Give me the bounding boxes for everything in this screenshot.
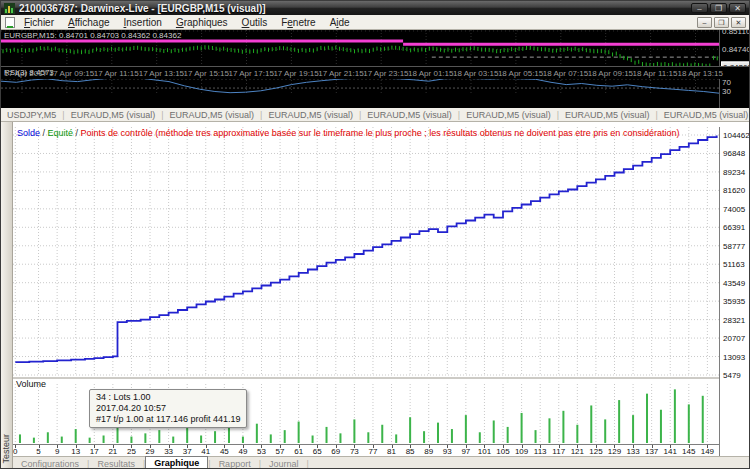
volume-bar <box>576 425 578 443</box>
menu-fichier[interactable]: Fichier <box>17 15 61 29</box>
volume-bar <box>228 428 230 443</box>
trade-index-label: 13 <box>71 447 80 456</box>
tester-tab-resultats[interactable]: Resultats <box>89 459 143 469</box>
balance-axis-label: 66391 <box>723 223 745 232</box>
trade-index-label: 137 <box>645 447 658 456</box>
volume-bar <box>590 405 592 443</box>
chart-tab[interactable]: EURAUD,M5 (visual) <box>361 110 458 120</box>
graph-legend: Solde / Equité / Points de contrôle (mét… <box>17 128 679 138</box>
volume-bar <box>284 430 286 443</box>
volume-bar <box>61 437 63 443</box>
volume-bar <box>423 431 425 443</box>
volume-bar <box>507 427 509 443</box>
trade-tooltip: 34 : Lots 1.00 2017.04.20 10:57 #17 t/p … <box>89 389 247 428</box>
balance-axis-label: 13093 <box>723 352 745 361</box>
trade-index-label: 93 <box>443 447 452 456</box>
balance-axis-label: 96848 <box>723 149 745 158</box>
chart-tab[interactable]: EURAUD,M5 (visual) <box>658 110 750 120</box>
tester-panel: Testeur Solde / Equité / Points de contr… <box>1 122 750 469</box>
menu-affichage[interactable]: Affichage <box>61 15 117 29</box>
balance-y-axis: 1044629684889234816207400566391587775116… <box>719 127 750 456</box>
trade-x-axis: 0591317212529333741454953576165697377818… <box>13 444 719 456</box>
balance-axis-label: 5479 <box>723 371 741 380</box>
chart-tab[interactable]: EURAUD,M5 (visual) <box>262 110 359 120</box>
trade-index-label: 121 <box>571 447 584 456</box>
tester-tab-rapport[interactable]: Rapport <box>211 459 259 469</box>
minimize-button[interactable]: – <box>691 3 708 13</box>
volume-bar <box>326 427 328 443</box>
chart-tab[interactable]: EURAUD,M5 (visual) <box>164 110 261 120</box>
restore-button[interactable]: ❐ <box>710 3 727 13</box>
volume-bar <box>256 424 258 443</box>
time-label: 17 Apr 15:15 <box>184 69 229 78</box>
volume-bar <box>242 437 244 443</box>
menu-items: FichierAffichageInsertionGraphiquesOutil… <box>17 15 357 29</box>
time-label: 17 Apr 09:15 <box>49 69 94 78</box>
close-button[interactable]: ✕ <box>729 3 746 13</box>
time-label: 18 Apr 03:15 <box>453 69 498 78</box>
tester-tab-bar: Configurations|Resultats|Graphique|Rappo… <box>13 456 750 469</box>
tester-tab-journal[interactable]: Journal <box>261 459 307 469</box>
trade-index-label: 141 <box>664 447 677 456</box>
tooltip-datetime: 2017.04.20 10:57 <box>96 403 240 414</box>
balance-axis-label: 35935 <box>723 297 745 306</box>
trade-index-label: 133 <box>626 447 639 456</box>
volume-bar <box>562 411 564 443</box>
volume-bar <box>312 435 314 443</box>
tester-sidebar[interactable]: Testeur <box>1 122 13 469</box>
volume-bar <box>451 429 453 443</box>
time-label: 17 Apr 19:15 <box>273 69 318 78</box>
trade-index-label: 77 <box>369 447 378 456</box>
trade-index-label: 57 <box>276 447 285 456</box>
chart-tab[interactable]: EURAUD,M5 (visual) <box>65 110 162 120</box>
volume-bar <box>604 419 606 443</box>
trade-index-label: 41 <box>201 447 210 456</box>
volume-bar <box>702 396 704 443</box>
trade-index-label: 129 <box>608 447 621 456</box>
trade-index-label: 145 <box>682 447 695 456</box>
trade-index-label: 89 <box>424 447 433 456</box>
time-label: 17 Apr 21:15 <box>318 69 363 78</box>
volume-bar <box>465 415 467 443</box>
chart-tab[interactable]: EURAUD,M5 (visual) <box>460 110 557 120</box>
balance-axis-label: 81620 <box>723 186 745 195</box>
window-title: 2100036787: Darwinex-Live - [EURGBP,M15 … <box>19 3 691 14</box>
balance-axis-label: 58777 <box>723 241 745 250</box>
child-minimize-button[interactable]: – <box>697 17 712 28</box>
balance-axis-label: 20707 <box>723 334 745 343</box>
symbol-ohlc-label: EURGBP,M15: 0.84701 0.84703 0.84362 0.84… <box>4 31 181 40</box>
trade-index-label: 105 <box>496 447 509 456</box>
chart-tab[interactable]: EURAUD,M5 (visual) <box>559 110 656 120</box>
menu-aide[interactable]: Aide <box>323 15 357 29</box>
mt4-window: 2100036787: Darwinex-Live - [EURGBP,M15 … <box>0 0 750 469</box>
trade-index-label: 37 <box>183 447 192 456</box>
trade-index-label: 81 <box>387 447 396 456</box>
balance-axis-label: 89234 <box>723 167 745 176</box>
tester-tab-configurations[interactable]: Configurations <box>13 459 87 469</box>
balance-line <box>15 136 716 363</box>
volume-bar <box>646 394 648 443</box>
balance-axis-label: 43549 <box>723 278 745 287</box>
volume-bar <box>19 434 21 443</box>
tester-tab-graphique[interactable]: Graphique <box>145 456 208 469</box>
menu-outils[interactable]: Outils <box>235 15 275 29</box>
trade-index-label: 69 <box>331 447 340 456</box>
volume-bar <box>395 434 397 443</box>
chart-doc-icon[interactable] <box>5 17 15 28</box>
menu-fenetre[interactable]: Fenetre <box>274 15 322 29</box>
app-icon <box>4 3 15 14</box>
time-label: 17 Apr 17:15 <box>229 69 274 78</box>
volume-bar <box>298 422 300 443</box>
chart-tab[interactable]: USDJPY,M5 <box>1 110 62 120</box>
time-label: 18 Apr 07:15 <box>543 69 588 78</box>
menu-graphiques[interactable]: Graphiques <box>169 15 235 29</box>
price-axis-label: 0.84740 <box>722 45 750 54</box>
legend-points: Points de contrôle (méthode tres approxi… <box>81 128 680 138</box>
trade-index-label: 85 <box>406 447 415 456</box>
time-label: 18 Apr 05:15 <box>498 69 543 78</box>
volume-bar <box>632 415 634 443</box>
menu-insertion[interactable]: Insertion <box>117 15 169 29</box>
volume-bar <box>521 413 523 443</box>
title-bar[interactable]: 2100036787: Darwinex-Live - [EURGBP,M15 … <box>1 1 749 15</box>
volume-bar <box>548 418 550 443</box>
